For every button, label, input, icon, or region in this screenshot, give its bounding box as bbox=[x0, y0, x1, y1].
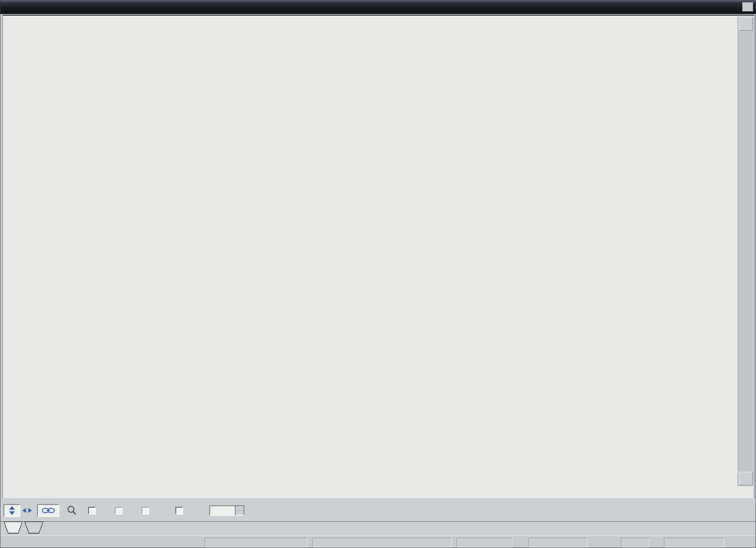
overlay-details-checkbox-box[interactable] bbox=[175, 507, 183, 514]
spectrum-canvas bbox=[3, 16, 738, 499]
vertical-arrows-icon bbox=[8, 506, 16, 515]
magnifier-icon bbox=[67, 505, 77, 516]
tab-overlaid[interactable] bbox=[4, 522, 23, 534]
expand-horizontal-button[interactable] bbox=[20, 504, 34, 517]
compound-spectra-window bbox=[0, 0, 756, 548]
uv-checkbox-box[interactable] bbox=[115, 507, 122, 514]
overlay-details-checkbox[interactable] bbox=[175, 507, 187, 514]
uv-checkbox[interactable] bbox=[115, 507, 126, 514]
spinner-buttons[interactable] bbox=[235, 505, 244, 516]
status-cell bbox=[664, 538, 724, 547]
vertical-scrollbar[interactable] bbox=[738, 16, 753, 486]
tab-list[interactable] bbox=[24, 522, 43, 534]
status-cell-mode bbox=[312, 538, 452, 547]
status-cell bbox=[621, 538, 650, 547]
view-tabs bbox=[0, 521, 756, 536]
ms-checkbox[interactable] bbox=[88, 507, 100, 514]
link-axes-button[interactable] bbox=[37, 504, 59, 517]
zoom-button[interactable] bbox=[65, 504, 79, 517]
status-cell-cmd bbox=[205, 538, 307, 547]
individual-axes-checkbox-box[interactable] bbox=[142, 507, 149, 514]
expand-vertical-button[interactable] bbox=[4, 504, 20, 517]
list-windows-value[interactable] bbox=[209, 505, 235, 516]
scroll-down-icon[interactable] bbox=[739, 472, 753, 485]
link-icon bbox=[41, 507, 55, 514]
close-button[interactable] bbox=[742, 2, 753, 12]
status-bar bbox=[0, 536, 756, 548]
status-cell bbox=[457, 538, 512, 547]
status-cell bbox=[528, 538, 587, 547]
spinner-up-icon[interactable] bbox=[236, 506, 244, 511]
spinner-down-icon[interactable] bbox=[236, 511, 244, 515]
list-windows-spinner[interactable] bbox=[209, 505, 244, 516]
spectrum-panel bbox=[2, 15, 754, 498]
window-titlebar[interactable] bbox=[0, 0, 756, 14]
bottom-toolbar bbox=[0, 500, 756, 521]
scroll-up-icon[interactable] bbox=[739, 17, 753, 31]
horizontal-arrows-icon bbox=[22, 507, 32, 514]
individual-axes-checkbox[interactable] bbox=[142, 507, 153, 514]
ms-checkbox-box[interactable] bbox=[88, 507, 96, 514]
